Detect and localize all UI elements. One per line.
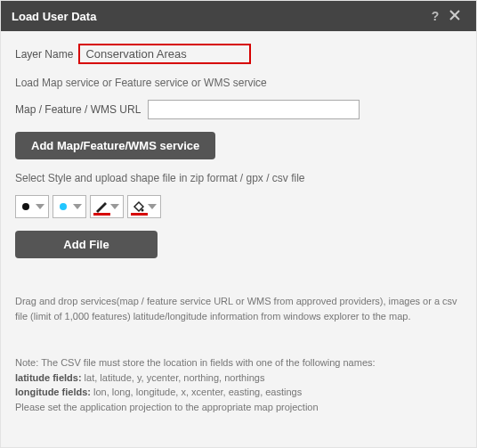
dialog-body: Layer Name Conservation Areas Load Map s… — [1, 31, 476, 423]
add-file-row: Add File — [15, 231, 462, 258]
load-user-data-dialog: Load User Data ? Layer Name Conservation… — [0, 0, 477, 448]
url-label: Map / Feature / WMS URL — [15, 103, 141, 116]
lon-fields-values: lon, long, longitude, x, xcenter, eastin… — [91, 387, 302, 397]
dropdown-icon — [73, 204, 82, 209]
dropdown-icon — [148, 204, 157, 209]
help-icon[interactable]: ? — [426, 9, 444, 23]
note-lon: longitude fields: lon, long, longitude, … — [15, 385, 462, 400]
close-icon[interactable] — [444, 9, 465, 24]
add-service-button[interactable]: Add Map/Feature/WMS service — [15, 132, 215, 159]
style-picker-row — [15, 195, 462, 218]
color-underline — [131, 213, 148, 216]
lon-fields-label: longitude fields: — [15, 387, 91, 397]
layer-name-label: Layer Name — [15, 48, 73, 61]
layer-name-value[interactable]: Conservation Areas — [78, 44, 250, 64]
dialog-title: Load User Data — [12, 10, 426, 23]
fill-style-picker[interactable] — [127, 195, 161, 218]
add-file-button[interactable]: Add File — [15, 231, 158, 258]
note-lat: latitude fields: lat, latitude, y, ycent… — [15, 371, 462, 386]
titlebar: Load User Data ? — [1, 1, 476, 31]
lat-fields-label: latitude fields: — [15, 372, 82, 383]
note-line4: Please set the application projection to… — [15, 400, 462, 415]
black-dot-icon — [16, 203, 36, 210]
load-services-text: Load Map service or Feature service or W… — [15, 77, 462, 89]
svg-point-2 — [141, 209, 144, 212]
cyan-dot-icon — [53, 203, 73, 210]
dropdown-icon — [36, 204, 44, 209]
lat-fields-values: lat, latitude, y, ycenter, northing, nor… — [82, 372, 265, 383]
point-style-picker[interactable] — [15, 195, 49, 218]
drag-drop-hint: Drag and drop services(map / feature ser… — [15, 294, 462, 323]
add-service-row: Add Map/Feature/WMS service — [15, 132, 462, 159]
note-line1: Note: The CSV file must store the locati… — [15, 355, 462, 371]
layer-name-row: Layer Name Conservation Areas — [15, 44, 462, 64]
csv-note: Note: The CSV file must store the locati… — [15, 355, 462, 414]
point-color-picker[interactable] — [53, 195, 86, 218]
dropdown-icon — [110, 204, 119, 209]
style-text: Select Style and upload shape file in zi… — [15, 172, 462, 184]
bucket-icon — [128, 200, 148, 213]
line-style-picker[interactable] — [90, 195, 124, 218]
url-input[interactable] — [148, 100, 360, 119]
color-underline — [93, 213, 110, 216]
url-row: Map / Feature / WMS URL — [15, 100, 462, 119]
pencil-icon — [91, 200, 110, 213]
